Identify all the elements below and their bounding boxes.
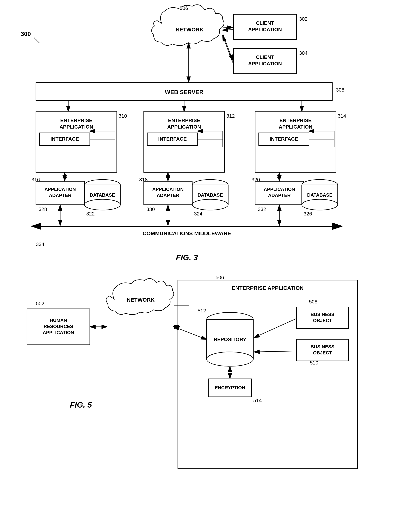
ref-326: 326 [304, 211, 312, 216]
db3-label: DATABASE [307, 192, 333, 198]
ref-312: 312 [226, 113, 235, 119]
hr-label2: RESOURCES [44, 324, 73, 329]
repo-bottom [206, 352, 253, 366]
ref-512: 512 [198, 308, 206, 313]
ref-304: 304 [299, 50, 308, 56]
ref-334: 334 [36, 241, 44, 247]
hr-label1: HUMAN [50, 318, 67, 323]
ref-320: 320 [251, 177, 260, 182]
client-app-1-label: CLIENT [256, 20, 274, 26]
client-app-1-label2: APPLICATION [248, 27, 282, 32]
db2-bottom [192, 199, 228, 210]
bo1-label1: BUSINESS [311, 312, 335, 317]
encrypt-label: ENCRYPTION [215, 385, 245, 390]
aa1-label1: APPLICATION [45, 187, 76, 192]
arrow-ca2-net [223, 36, 233, 63]
ref-502: 502 [36, 301, 44, 306]
web-server-label: WEB SERVER [165, 89, 204, 95]
network-cloud-fig3: NETWORK 306 [152, 5, 224, 46]
ref-324: 324 [194, 211, 202, 216]
svg-text:NETWORK: NETWORK [176, 26, 204, 32]
fig3-caption: FIG. 3 [176, 253, 198, 262]
svg-text:NETWORK: NETWORK [127, 297, 155, 303]
network-cloud-fig5: NETWORK [106, 279, 174, 315]
ref-322: 322 [86, 211, 95, 216]
ref-328: 328 [39, 207, 47, 212]
client-app-2-label: CLIENT [256, 54, 274, 60]
aa2-label2: ADAPTER [157, 193, 179, 198]
bo2-label2: OBJECT [313, 350, 332, 355]
ref-514: 514 [253, 398, 262, 403]
ref-510: 510 [310, 360, 318, 366]
arrow-net-ca1 [223, 27, 233, 28]
ref-318: 318 [139, 177, 148, 182]
hr-label3: APPLICATION [43, 330, 74, 335]
arrow-ca1-net [223, 30, 233, 30]
interface2-label: INTERFACE [158, 136, 187, 142]
ea1-label2: APPLICATION [59, 124, 93, 130]
ref-302: 302 [299, 16, 308, 22]
ref-508: 508 [309, 299, 317, 304]
ref-308: 308 [336, 87, 344, 93]
ea2-label1: ENTERPRISE [168, 118, 200, 123]
repo-label: REPOSITORY [214, 337, 246, 342]
ref-316: 316 [32, 177, 40, 182]
ref-300: 300 [21, 30, 31, 37]
ea2-label2: APPLICATION [167, 124, 201, 130]
client-app-2-label2: APPLICATION [248, 61, 282, 66]
aa2-label1: APPLICATION [152, 187, 184, 192]
ea3-label1: ENTERPRISE [280, 118, 312, 123]
fig5-caption: FIG. 5 [70, 400, 92, 409]
interface3-label: INTERFACE [270, 136, 298, 142]
aa3-label2: ADAPTER [268, 193, 291, 198]
db1-bottom [84, 199, 120, 210]
ea-big-label: ENTERPRISE APPLICATION [232, 285, 304, 291]
db2-label: DATABASE [198, 192, 223, 198]
aa3-label1: APPLICATION [264, 187, 295, 192]
ref-310: 310 [119, 113, 127, 119]
interface1-label: INTERFACE [51, 136, 79, 142]
bo1-label2: OBJECT [313, 318, 332, 323]
ref-506: 506 [216, 275, 224, 280]
comm-middleware-label: COMMUNICATIONS MIDDLEWARE [143, 230, 231, 236]
ea3-label2: APPLICATION [279, 124, 312, 130]
svg-text:306: 306 [180, 5, 188, 11]
ea1-label1: ENTERPRISE [60, 118, 92, 123]
bo2-label1: BUSINESS [311, 344, 335, 349]
ref-314: 314 [338, 113, 346, 119]
db1-label: DATABASE [90, 192, 115, 198]
ref-332: 332 [258, 207, 266, 212]
arrow-net-ca2 [223, 34, 233, 60]
svg-line-3 [34, 38, 39, 43]
db3-bottom [302, 199, 338, 210]
aa1-label2: ADAPTER [49, 193, 71, 198]
ref-330: 330 [146, 207, 155, 212]
